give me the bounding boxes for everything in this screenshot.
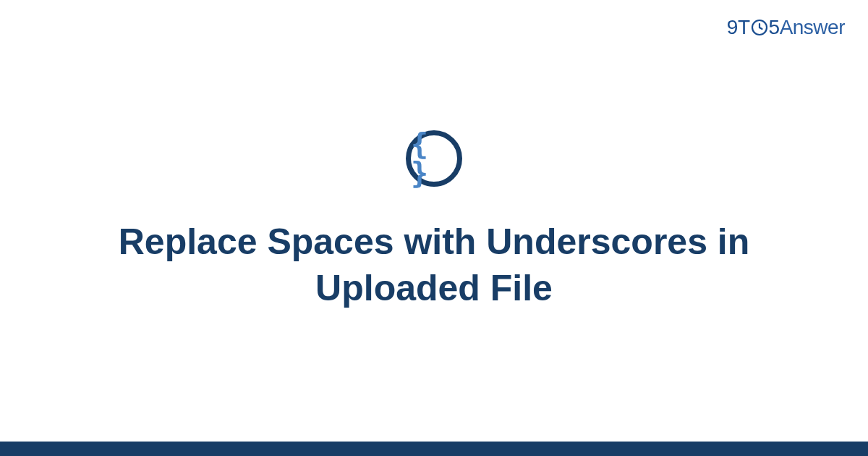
code-braces-icon: { } [411,130,457,187]
footer-accent-bar [0,442,868,456]
page-title: Replace Spaces with Underscores in Uploa… [65,219,803,311]
main-content: { } Replace Spaces with Underscores in U… [0,0,868,442]
category-badge: { } [406,130,462,187]
